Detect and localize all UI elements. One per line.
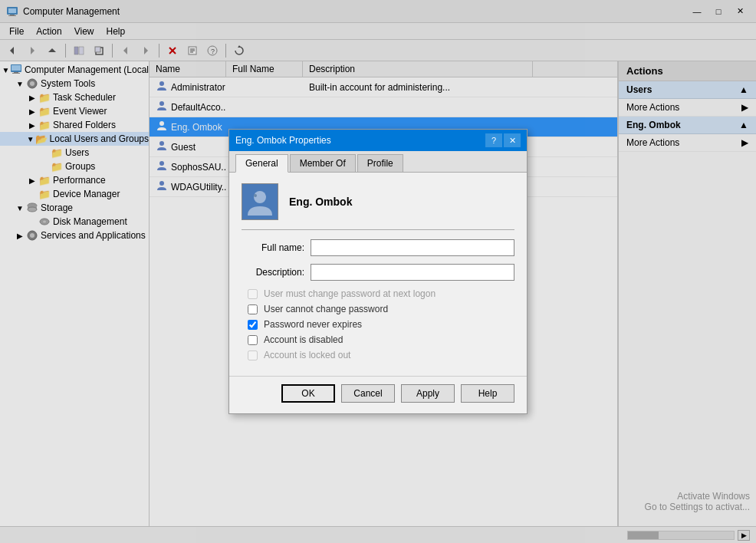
dialog-title-controls: ? ✕ <box>485 133 521 147</box>
checkbox-row-account-disabled: Account is disabled <box>242 334 514 345</box>
dialog-ok-button[interactable]: OK <box>281 384 335 403</box>
checkbox-label-account-locked-out: Account is locked out <box>264 350 350 360</box>
description-label: Description: <box>242 267 311 278</box>
checkbox-label-cannot-change-pw: User cannot change password <box>264 304 388 314</box>
user-avatar-row: Eng. Ombok <box>242 183 514 230</box>
dialog-help-button[interactable]: Help <box>461 384 514 403</box>
checkbox-pw-never-expires[interactable] <box>248 320 258 330</box>
user-avatar <box>242 183 278 220</box>
form-row-fullname: Full name: <box>242 239 514 256</box>
tabs-bar: General Member Of Profile <box>229 151 527 173</box>
dialog-apply-button[interactable]: Apply <box>401 384 455 403</box>
fullname-input[interactable] <box>311 239 514 256</box>
description-input[interactable] <box>311 264 514 281</box>
dialog-title-text: Eng. Ombok Properties <box>235 135 485 146</box>
dialog-title-bar: Eng. Ombok Properties ? ✕ <box>229 130 527 151</box>
checkbox-row-must-change-pw: User must change password at next logon <box>242 288 514 299</box>
checkbox-account-disabled[interactable] <box>248 335 258 345</box>
dialog-cancel-button[interactable]: Cancel <box>341 384 395 403</box>
tab-member-of[interactable]: Member Of <box>290 154 356 172</box>
dialog-help-btn[interactable]: ? <box>485 133 502 147</box>
svg-point-42 <box>254 191 266 203</box>
dialog-eng-ombok-properties: Eng. Ombok Properties ? ✕ General Member… <box>228 129 528 414</box>
checkbox-label-pw-never-expires: Password never expires <box>264 319 362 330</box>
fullname-label: Full name: <box>242 242 311 253</box>
dialog-close-btn[interactable]: ✕ <box>504 133 521 147</box>
tab-general[interactable]: General <box>235 154 288 173</box>
modal-overlay: Eng. Ombok Properties ? ✕ General Member… <box>0 0 756 543</box>
svg-point-43 <box>254 194 257 197</box>
checkbox-cannot-change-pw[interactable] <box>248 304 258 314</box>
dialog-user-name: Eng. Ombok <box>289 196 352 208</box>
dialog-content: Eng. Ombok Full name: Description: User … <box>229 173 527 376</box>
checkbox-row-cannot-change-pw: User cannot change password <box>242 304 514 314</box>
checkbox-row-pw-never-expires: Password never expires <box>242 319 514 330</box>
form-row-description: Description: <box>242 264 514 281</box>
dialog-buttons: OK Cancel Apply Help <box>229 376 527 413</box>
checkbox-account-locked-out[interactable] <box>248 350 258 360</box>
checkbox-must-change-pw[interactable] <box>248 289 258 299</box>
checkbox-label-must-change-pw: User must change password at next logon <box>264 288 436 299</box>
checkbox-row-account-locked-out: Account is locked out <box>242 350 514 360</box>
tab-profile[interactable]: Profile <box>357 154 403 172</box>
checkbox-label-account-disabled: Account is disabled <box>264 334 343 345</box>
